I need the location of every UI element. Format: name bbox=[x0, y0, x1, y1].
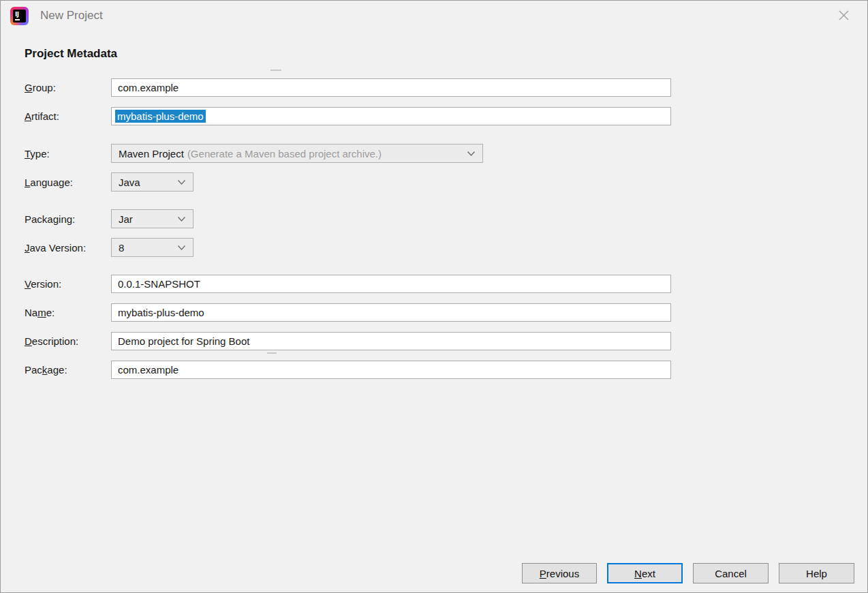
chevron-down-icon bbox=[177, 216, 186, 222]
type-value: Maven Project bbox=[119, 148, 184, 159]
java-version-label: Java Version: bbox=[25, 242, 111, 254]
new-project-dialog: IJ New Project Project Metadata Group: A… bbox=[0, 0, 868, 593]
page-title: Project Metadata bbox=[25, 47, 117, 61]
intellij-logo-icon: IJ bbox=[10, 7, 29, 25]
previous-button[interactable]: Previous bbox=[522, 563, 597, 583]
artifact-selected-text: mybatis-plus-demo bbox=[115, 110, 206, 123]
description-input[interactable] bbox=[111, 332, 671, 350]
package-input[interactable] bbox=[111, 361, 671, 379]
chevron-down-icon bbox=[177, 245, 186, 251]
version-input[interactable] bbox=[111, 275, 671, 293]
help-button[interactable]: Help bbox=[779, 563, 854, 583]
window-title: New Project bbox=[40, 9, 103, 22]
language-select[interactable]: Java bbox=[111, 172, 193, 192]
packaging-select[interactable]: Jar bbox=[111, 209, 193, 228]
artifact-label: Artifact: bbox=[25, 110, 111, 122]
type-select[interactable]: Maven Project (Generate a Maven based pr… bbox=[111, 144, 483, 163]
version-label: Version: bbox=[25, 278, 111, 290]
close-icon bbox=[838, 10, 850, 21]
next-button[interactable]: Next bbox=[607, 563, 683, 583]
intellij-logo-text: IJ bbox=[15, 11, 19, 18]
type-label: Type: bbox=[25, 148, 111, 159]
title-bar: IJ New Project bbox=[1, 1, 867, 31]
chevron-down-icon bbox=[177, 179, 186, 185]
packaging-value: Jar bbox=[119, 213, 133, 225]
intellij-logo-inner: IJ bbox=[13, 10, 26, 22]
name-input[interactable] bbox=[111, 303, 671, 322]
close-button[interactable] bbox=[837, 8, 850, 22]
artifact-input[interactable]: mybatis-plus-demo bbox=[111, 107, 671, 125]
language-label: Language: bbox=[25, 177, 111, 188]
package-label: Package: bbox=[25, 364, 111, 376]
type-hint: (Generate a Maven based project archive.… bbox=[187, 148, 382, 159]
cancel-button[interactable]: Cancel bbox=[693, 563, 769, 583]
intellij-logo-bar bbox=[15, 19, 20, 20]
java-version-select[interactable]: 8 bbox=[111, 238, 193, 257]
java-version-value: 8 bbox=[119, 242, 124, 254]
chevron-down-icon bbox=[467, 151, 476, 157]
stray-mark bbox=[270, 70, 281, 71]
group-input[interactable] bbox=[111, 78, 671, 97]
language-value: Java bbox=[119, 177, 140, 188]
stray-mark bbox=[267, 352, 277, 354]
name-label: Name: bbox=[25, 307, 111, 318]
group-label: Group: bbox=[25, 82, 111, 93]
packaging-label: Packaging: bbox=[25, 213, 111, 225]
description-label: Description: bbox=[25, 335, 111, 347]
